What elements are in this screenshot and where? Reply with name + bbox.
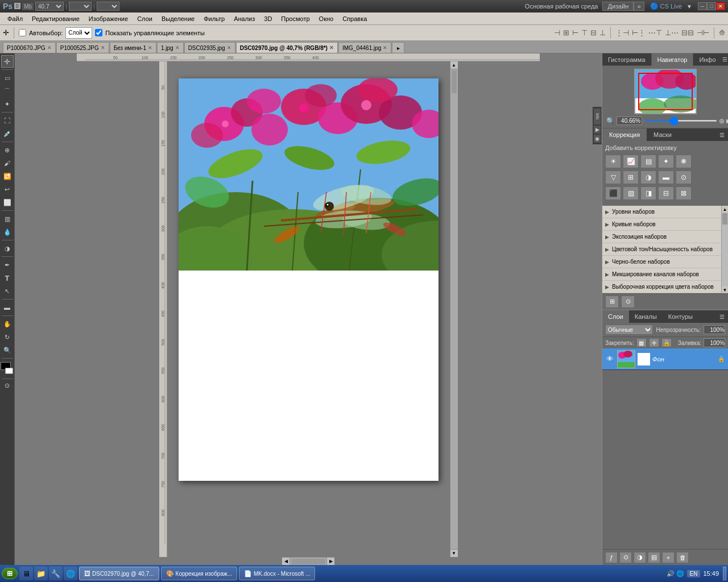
distribute-left-icon[interactable]: ⋮⊣ <box>615 28 629 37</box>
layer-mode-select[interactable]: Обычные <box>605 325 653 335</box>
tool-rect-select[interactable]: ▭ <box>1 72 14 84</box>
corr-threshold-icon[interactable]: ◨ <box>640 186 656 200</box>
adj-action-btn2[interactable]: ⊙ <box>621 296 635 308</box>
zoom-value-input[interactable] <box>617 117 642 125</box>
tool-path-select[interactable]: ↖ <box>1 285 14 297</box>
corr-bw-icon[interactable]: ◑ <box>640 171 656 184</box>
corr-vibrance-icon[interactable]: ❋ <box>676 155 692 168</box>
tool-clone[interactable]: 🔂 <box>1 170 14 182</box>
align-bottom-icon[interactable]: ⊥ <box>599 28 606 37</box>
tab-close-6[interactable]: ✕ <box>329 45 334 51</box>
taskbar-btn-corr[interactable]: 🎨 Коррекция изображ... <box>161 567 237 580</box>
distribute-h-icon[interactable]: ⊟⊟ <box>681 28 694 37</box>
corr-invert-icon[interactable]: ⬛ <box>605 186 621 200</box>
show-controls-checkbox[interactable] <box>95 29 102 36</box>
taskbar-sound-icon[interactable]: 🔊 <box>667 570 675 577</box>
layer-delete-btn[interactable]: 🗑 <box>676 552 689 563</box>
menu-window[interactable]: Окно <box>315 14 338 23</box>
autoselect-checkbox[interactable] <box>19 29 26 36</box>
maximize-button[interactable]: □ <box>707 2 716 10</box>
menu-edit[interactable]: Редактирование <box>27 14 84 23</box>
tool-brush[interactable]: 🖌 <box>1 157 14 169</box>
distribute-bottom-icon[interactable]: ⊥⋯ <box>665 28 679 37</box>
distribute-right-icon[interactable]: ⊢⋮ <box>632 28 646 37</box>
layer-new-btn[interactable]: + <box>662 552 675 563</box>
lock-all-btn[interactable]: 🔒 <box>661 338 672 347</box>
tab-layers[interactable]: Слои <box>602 310 629 323</box>
tool-zoom[interactable]: 🔍 <box>1 344 14 356</box>
taskbar-btn-word[interactable]: 📄 MK.docx - Microsoft ... <box>239 567 315 580</box>
corr-huesat-icon[interactable]: ▽ <box>605 171 621 184</box>
tab-close-1[interactable]: ✕ <box>47 45 52 51</box>
corr-panel-menu[interactable]: ☰ <box>715 128 728 141</box>
layer-style-btn[interactable]: ƒ <box>605 552 618 563</box>
taskbar-start-btn[interactable]: ⊞ <box>2 568 18 579</box>
lock-move-btn[interactable]: ✛ <box>649 338 659 347</box>
adj-item-2[interactable]: ▶ Кривые наборов <box>602 218 721 231</box>
autoselect-select[interactable]: Слой <box>65 27 92 39</box>
tool-eyedropper[interactable]: 💉 <box>1 127 14 140</box>
tool-shape[interactable]: ▬ <box>1 301 14 314</box>
fill-input[interactable] <box>704 338 725 347</box>
opacity-input[interactable] <box>704 325 725 334</box>
corr-colorbalance-icon[interactable]: ⊞ <box>623 171 639 184</box>
layers-panel-menu[interactable]: ☰ <box>715 310 728 323</box>
tab-close-4[interactable]: ✕ <box>175 45 180 51</box>
menu-filter[interactable]: Фильтр <box>199 14 229 23</box>
adj-item-3[interactable]: ▶ Экспозиция наборов <box>602 231 721 243</box>
align-center-v-icon[interactable]: ⊟ <box>590 28 597 37</box>
unit-dropdown[interactable] <box>69 2 92 11</box>
cs-live-label[interactable]: CS Live <box>660 3 682 10</box>
vscroll-down[interactable]: ▼ <box>450 549 458 557</box>
tool-eraser[interactable]: ⬜ <box>1 196 14 209</box>
vscroll-up[interactable]: ▲ <box>450 61 458 69</box>
tab-1jpg[interactable]: 1.jpg ✕ <box>157 42 184 53</box>
taskbar-btn-ps[interactable]: 🖼 DSC02970.jpg @ 40,7... <box>79 567 159 580</box>
menu-select[interactable]: Выделение <box>157 14 199 23</box>
tab-close-3[interactable]: ✕ <box>148 45 152 51</box>
adj-item-6[interactable]: ▶ Микширование каналов наборов <box>602 268 721 281</box>
tab-more-button[interactable]: ▸ <box>392 42 404 53</box>
background-color[interactable] <box>5 368 13 374</box>
menu-help[interactable]: Справка <box>338 14 371 23</box>
adj-scroll-up[interactable]: ▲ <box>722 206 728 213</box>
adj-item-7[interactable]: ▶ Выборочная коррекция цвета наборов <box>602 281 721 293</box>
tab-info[interactable]: Инфо <box>693 53 721 66</box>
taskbar-show-desktop[interactable] <box>723 567 726 580</box>
tab-close-7[interactable]: ✕ <box>383 45 387 51</box>
close-button[interactable]: ✕ <box>716 2 725 10</box>
menu-image[interactable]: Изображение <box>84 14 133 23</box>
dropdown-icon[interactable]: ▼ <box>686 3 692 10</box>
taskbar-icon3[interactable]: 🔧 <box>49 567 63 580</box>
tab-correction[interactable]: Коррекция <box>602 128 647 141</box>
tab-navigator[interactable]: Навигатор <box>652 53 694 66</box>
tab-p1000670[interactable]: P1000670.JPG ✕ <box>3 42 56 53</box>
layer-visibility-eye[interactable]: 👁 <box>605 354 615 364</box>
adj-scrollbar[interactable]: ▲ ▼ <box>721 206 728 293</box>
lock-pixels-btn[interactable]: ▦ <box>636 338 647 347</box>
tool-rotate[interactable]: ↻ <box>1 331 14 343</box>
horizontal-scrollbar[interactable]: ◀ ▶ <box>282 557 334 565</box>
tool-gradient[interactable]: ▥ <box>1 213 14 225</box>
taskbar-icon4[interactable]: 🌐 <box>64 567 77 580</box>
menu-file[interactable]: Файл <box>3 14 27 23</box>
layer-adjustment-btn[interactable]: ◑ <box>634 552 646 563</box>
adj-item-4[interactable]: ▶ Цветовой тон/Насыщенность наборов <box>602 243 721 256</box>
corr-selectivecolor-icon[interactable]: ⊠ <box>676 186 692 200</box>
panel-menu-btn[interactable]: ☰ <box>722 53 728 65</box>
menu-3d[interactable]: 3D <box>259 14 276 23</box>
corr-posterize-icon[interactable]: ▧ <box>623 186 639 200</box>
tool-quickmask[interactable]: ⊙ <box>1 381 14 390</box>
hscroll-left[interactable]: ◀ <box>282 558 290 566</box>
design-button[interactable]: Дизайн <box>602 2 634 11</box>
tool-text[interactable]: T <box>1 272 14 284</box>
align-top-icon[interactable]: ⊤ <box>581 28 588 37</box>
vscroll-thumb[interactable] <box>452 70 457 93</box>
align-center-h-icon[interactable]: ⊞ <box>563 28 569 37</box>
corr-gradientmap-icon[interactable]: ⊟ <box>658 186 674 200</box>
hscroll-thumb[interactable] <box>291 559 325 564</box>
tool-lasso[interactable]: ⌒ <box>1 85 14 97</box>
layer-row-fon[interactable]: 👁 Фон 🔒 <box>602 348 728 370</box>
auto-align-icon[interactable]: ⟰ <box>719 28 725 37</box>
tab-img04461[interactable]: IMG_04461.jpg ✕ <box>338 42 391 53</box>
